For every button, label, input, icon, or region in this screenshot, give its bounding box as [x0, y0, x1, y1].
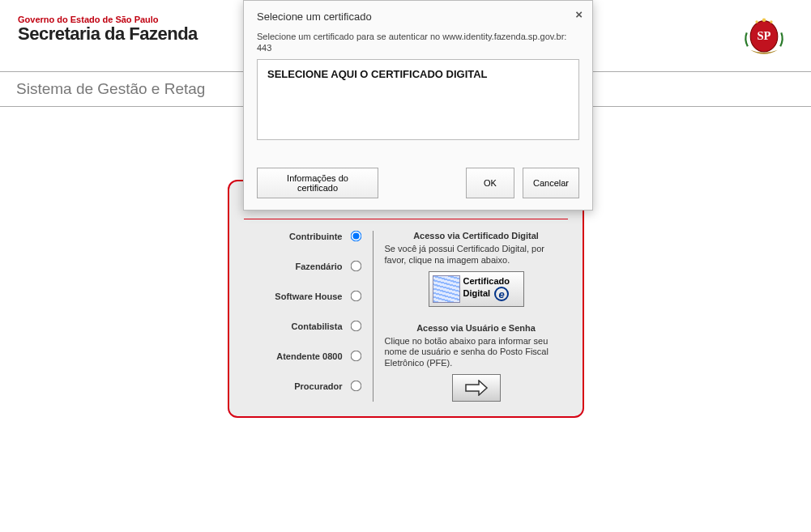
panel-divider	[244, 219, 568, 219]
cert-button-text: Certificado Digital e	[463, 276, 510, 300]
user-access-desc: Clique no botão abaixo para informar seu…	[385, 336, 568, 369]
user-access-title: Acesso via Usuário e Senha	[385, 323, 568, 333]
profile-label: Atendente 0800	[276, 351, 342, 361]
e-badge-icon: e	[494, 287, 509, 301]
svg-point-4	[770, 20, 772, 23]
login-panel: Selecione abaixo seu perfil e o tipo de …	[228, 180, 584, 418]
header-brand: Governo do Estado de São Paulo Secretari…	[18, 15, 198, 44]
cert-access-title: Acesso via Certificado Digital	[385, 231, 568, 240]
profile-radio-contabilista[interactable]	[350, 321, 361, 332]
certificado-digital-button[interactable]: Certificado Digital e	[429, 271, 524, 307]
certificate-listbox[interactable]: SELECIONE AQUI O CERTIFICADO DIGITAL	[257, 59, 579, 140]
certificate-list-item[interactable]: SELECIONE AQUI O CERTIFICADO DIGITAL	[267, 68, 569, 80]
dialog-actions: Informações do certificado OK Cancelar	[257, 168, 579, 198]
profile-radio-contribuinte[interactable]	[350, 231, 361, 242]
profile-label: Contribuinte	[289, 232, 342, 241]
profile-label: Procurador	[294, 381, 342, 391]
profile-option-procurador[interactable]: Procurador	[244, 381, 361, 391]
secretaria-line: Secretaria da Fazenda	[18, 24, 198, 44]
arrow-right-icon	[464, 380, 489, 396]
cert-access-desc: Se você já possui Certificado Digital, p…	[385, 244, 568, 266]
svg-point-2	[762, 18, 766, 21]
binary-pattern-icon	[433, 275, 460, 303]
profile-radio-atendente[interactable]	[350, 351, 361, 362]
sp-state-crest-icon: SP	[741, 15, 787, 60]
select-certificate-dialog: × Selecione um certificado Selecione um …	[243, 0, 593, 211]
dialog-subtext: Selecione um certificado para se autenti…	[257, 31, 579, 54]
user-login-button[interactable]	[452, 374, 501, 402]
profile-radio-softwarehouse[interactable]	[350, 291, 361, 302]
profile-option-fazendario[interactable]: Fazendário	[244, 261, 361, 271]
svg-point-3	[755, 20, 758, 23]
dialog-close-button[interactable]: ×	[575, 7, 583, 21]
profile-option-atendente[interactable]: Atendente 0800	[244, 351, 361, 361]
profiles-column: Contribuinte Fazendário Software House C…	[244, 231, 373, 402]
profile-radio-fazendario[interactable]	[350, 261, 361, 272]
cancel-button[interactable]: Cancelar	[523, 168, 579, 198]
profile-label: Contabilista	[292, 321, 343, 331]
profile-option-softwarehouse[interactable]: Software House	[244, 291, 361, 301]
profile-option-contabilista[interactable]: Contabilista	[244, 321, 361, 331]
profile-radio-procurador[interactable]	[350, 381, 361, 392]
close-icon: ×	[575, 7, 583, 21]
ok-button[interactable]: OK	[466, 168, 514, 198]
access-column: Acesso via Certificado Digital Se você j…	[385, 231, 568, 402]
panel-body: Contribuinte Fazendário Software House C…	[244, 231, 568, 402]
profile-label: Software House	[275, 292, 342, 301]
svg-text:SP: SP	[758, 29, 771, 42]
profile-option-contribuinte[interactable]: Contribuinte	[244, 231, 361, 241]
dialog-title: Selecione um certificado	[257, 11, 579, 23]
profile-label: Fazendário	[295, 262, 342, 271]
certificate-info-button[interactable]: Informações do certificado	[257, 168, 378, 198]
